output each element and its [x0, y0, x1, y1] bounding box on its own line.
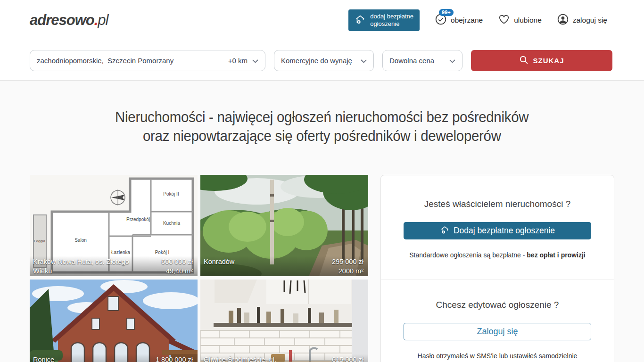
- listing-card-forest[interactable]: Konradów 295 000 zł 2000 m²: [200, 175, 368, 276]
- owner-section: Jesteś właścicielem nieruchomości ? Doda…: [381, 175, 614, 280]
- kitchen-photo: [200, 280, 368, 362]
- svg-text:Przedpokój: Przedpokój: [126, 217, 150, 222]
- location-input[interactable]: zachodniopomorskie, Szczecin Pomorzany +…: [30, 50, 265, 71]
- nav-item-favorites[interactable]: ulubione: [498, 13, 542, 27]
- chevron-down-icon: [449, 57, 455, 65]
- listing-location: Ronice: [33, 355, 54, 362]
- svg-text:Loggia: Loggia: [34, 239, 46, 243]
- heart-icon: [498, 13, 510, 27]
- listing-caption: Konradów 295 000 zł 2000 m²: [200, 256, 368, 276]
- price-value: Dowolna cena: [389, 57, 434, 65]
- listing-area: 2000 m²: [332, 266, 363, 276]
- location-value: zachodniopomorskie, Szczecin Pomorzany: [37, 57, 224, 65]
- category-select[interactable]: Komercyjne do wynaję: [274, 50, 374, 71]
- nav-item-viewed[interactable]: 99+ obejrzane: [435, 13, 483, 27]
- login-button[interactable]: Zaloguj się: [404, 323, 591, 340]
- logo-text: adresowo: [30, 12, 94, 28]
- radius-value: +0 km: [228, 57, 248, 65]
- svg-text:Pokój II: Pokój II: [163, 191, 179, 197]
- edit-note: Hasło otrzymałeś w SMS'ie lub ustawiłeś …: [404, 352, 591, 360]
- house-plus-icon: [355, 14, 366, 27]
- listing-location: Kraków Nowa Huta, os. Złotego Wieku: [33, 257, 134, 276]
- house-plus-icon: [440, 225, 450, 237]
- listing-location: Gliwice Śródmieście, ul.: [204, 355, 276, 362]
- listing-location: Konradów: [204, 257, 234, 266]
- search-button[interactable]: SZUKAJ: [471, 50, 612, 71]
- add-free-listing-label: Dodaj bezpłatne ogłoszenie: [454, 226, 555, 236]
- user-icon: [557, 13, 569, 27]
- listing-card-floorplan[interactable]: Pokój II Przedpokój Kuchnia Salon Loggia…: [30, 175, 198, 276]
- svg-text:Łazienka: Łazienka: [111, 250, 130, 255]
- nav-item-login[interactable]: zaloguj się: [557, 13, 607, 27]
- listing-caption: Kraków Nowa Huta, os. Złotego Wieku 600 …: [30, 256, 198, 276]
- listings-grid: Pokój II Przedpokój Kuchnia Salon Loggia…: [30, 175, 368, 362]
- add-free-listing-button[interactable]: Dodaj bezpłatne ogłoszenie: [404, 222, 591, 239]
- svg-text:Salon: Salon: [74, 238, 87, 243]
- edit-section: Chcesz edytować ogłoszenie ? Zaloguj się…: [381, 280, 614, 362]
- page-title: Nieruchomości - najwięcej ogłoszeń nieru…: [0, 81, 644, 146]
- search-button-label: SZUKAJ: [533, 57, 564, 65]
- search-bar: zachodniopomorskie, Szczecin Pomorzany +…: [0, 50, 644, 71]
- price-select[interactable]: Dowolna cena: [382, 50, 462, 71]
- owner-note: Standardowe ogłoszenia są bezpłatne - be…: [404, 251, 591, 259]
- category-value: Komercyjne do wynaję: [281, 57, 352, 65]
- owner-heading: Jesteś właścicielem nieruchomości ?: [404, 199, 591, 209]
- listing-area: 49,40 m²: [161, 266, 193, 276]
- add-listing-label-line2: ogłoszenie: [370, 20, 413, 28]
- svg-text:Pokój I: Pokój I: [155, 250, 170, 255]
- add-listing-label-line1: dodaj bezpłatne: [370, 13, 413, 20]
- listing-price: 295 000 zł: [332, 257, 363, 266]
- header-nav: dodaj bezpłatne ogłoszenie 99+ obejrzane: [348, 9, 607, 31]
- login-button-label: Zaloguj się: [477, 327, 518, 337]
- nav-login-label: zaloguj się: [573, 16, 607, 25]
- chevron-down-icon: [361, 57, 367, 65]
- listing-caption: Gliwice Śródmieście, ul. 615 000 zł: [200, 354, 368, 362]
- radius-dropdown[interactable]: +0 km: [228, 57, 258, 65]
- listing-price: 600 000 zł: [161, 257, 193, 266]
- chevron-down-icon: [252, 57, 258, 65]
- page-content: Nieruchomości - najwięcej ogłoszeń nieru…: [0, 81, 644, 362]
- listing-card-house[interactable]: Ronice 1 800 000 zł: [30, 280, 198, 362]
- header: adresowo.pl dodaj bezpłatne ogłoszenie: [0, 0, 644, 41]
- owner-panel: Jesteś właścicielem nieruchomości ? Doda…: [380, 175, 614, 362]
- viewed-count-badge: 99+: [439, 9, 454, 16]
- search-icon: [519, 55, 528, 66]
- add-listing-button[interactable]: dodaj bezpłatne ogłoszenie: [348, 9, 420, 31]
- nav-viewed-label: obejrzane: [451, 16, 483, 25]
- svg-text:Kuchnia: Kuchnia: [163, 221, 181, 226]
- listing-price: 615 000 zł: [332, 355, 363, 362]
- nav-favorites-label: ulubione: [514, 16, 542, 25]
- site-logo[interactable]: adresowo.pl: [30, 12, 108, 29]
- house-photo: [30, 280, 198, 362]
- listing-price: 1 800 000 zł: [156, 355, 193, 362]
- listing-card-kitchen[interactable]: Gliwice Śródmieście, ul. 615 000 zł: [200, 280, 368, 362]
- edit-heading: Chcesz edytować ogłoszenie ?: [404, 300, 591, 310]
- listing-caption: Ronice 1 800 000 zł: [30, 354, 198, 362]
